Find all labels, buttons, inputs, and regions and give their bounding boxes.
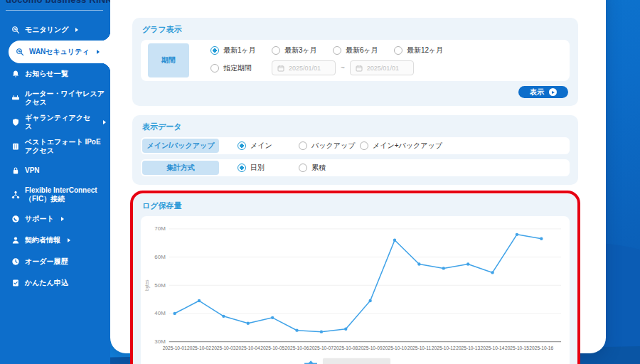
radio-latest-3months[interactable]: 最新3ヶ月 (272, 46, 333, 55)
svg-text:2025-10-14: 2025-10-14 (481, 346, 505, 350)
svg-text:50M: 50M (154, 282, 165, 289)
radio-icon (210, 64, 219, 73)
sidebar-item-label: ギャランティアクセス (25, 114, 96, 132)
radio-label: 指定期間 (223, 63, 252, 73)
radio-label: 最新12ヶ月 (407, 46, 443, 55)
radio-icon (299, 141, 307, 150)
svg-text:40M: 40M (154, 310, 165, 316)
date-to-input[interactable]: 2025/01/01 (350, 60, 414, 75)
calendar-icon (356, 65, 363, 72)
sidebar-item-vpn[interactable]: VPN (0, 160, 110, 181)
svg-text:2025-10-07: 2025-10-07 (309, 346, 334, 350)
aggregation-row: 集計方式 日別 累積 (141, 159, 570, 176)
brand-logo[interactable]: docomo business RINK (0, 0, 110, 9)
radio-cumulative[interactable]: 累積 (299, 163, 360, 173)
chevron-right-icon (103, 120, 106, 124)
sidebar-item-best-effort-ipoe[interactable]: ベストエフォート IPoEアクセス (0, 133, 110, 160)
show-button[interactable]: 表示 (518, 86, 568, 98)
date-range-separator: ~ (341, 64, 345, 72)
chevron-right-icon (97, 50, 100, 54)
radio-label: 最新6ヶ月 (346, 46, 378, 55)
sidebar-item-label: お知らせ一覧 (25, 70, 68, 79)
date-to-value: 2025/01/01 (367, 65, 399, 72)
svg-text:2025-10-06: 2025-10-06 (285, 346, 309, 350)
sidebar-item-router-wireless[interactable]: ルーター・ワイヤレスアクセス (0, 85, 110, 112)
brand-logo-text: docomo business RINK (6, 0, 110, 5)
date-from-value: 2025/01/01 (289, 65, 321, 72)
sidebar-item-contractor-info[interactable]: 契約者情報 (0, 230, 110, 251)
wan-security-icon (16, 48, 24, 56)
radio-label: 日別 (250, 163, 265, 173)
sidebar-item-label: モニタリング (25, 26, 68, 35)
radio-latest-12months[interactable]: 最新12ヶ月 (394, 46, 455, 55)
radio-label: メイン+バックアップ (373, 141, 442, 151)
radio-backup[interactable]: バックアップ (299, 141, 360, 151)
form-icon (11, 279, 20, 287)
chart-box: 30M40M50M60M70Mbytes2025-10-012025-10-02… (141, 216, 570, 364)
bell-icon (11, 70, 20, 78)
radio-icon (210, 46, 219, 55)
show-button-label: 表示 (530, 87, 544, 97)
svg-text:2025-10-05: 2025-10-05 (260, 346, 284, 350)
svg-text:2025-10-04: 2025-10-04 (236, 346, 260, 350)
log-chart-panel: ログ保存量 30M40M50M60M70Mbytes2025-10-012025… (132, 194, 578, 364)
aggregation-label: 集計方式 (142, 161, 219, 175)
period-box: 期間 最新1ヶ月 最新3ヶ月 最新6ヶ月 最新12ヶ月 指定期間 2025/01… (141, 40, 570, 81)
radio-icon (360, 141, 368, 150)
calendar-icon (277, 65, 284, 72)
shield-icon (11, 118, 20, 127)
radio-label: 最新3ヶ月 (284, 46, 317, 55)
radio-latest-1month[interactable]: 最新1ヶ月 (210, 46, 272, 55)
radio-label: 最新1ヶ月 (223, 46, 256, 55)
radio-label: 累積 (311, 163, 326, 173)
radio-icon (394, 46, 402, 55)
svg-text:2025-10-10: 2025-10-10 (383, 346, 407, 350)
sidebar-item-label: サポート (25, 215, 54, 224)
sidebar: docomo business RINK モニタリング WANセキュリティ お知… (0, 0, 110, 364)
svg-text:2025-10-12: 2025-10-12 (432, 346, 456, 350)
svg-text:2025-10-13: 2025-10-13 (456, 346, 480, 350)
radio-daily[interactable]: 日別 (238, 163, 299, 173)
sidebar-item-guarantee-access[interactable]: ギャランティアクセス (0, 112, 110, 133)
sidebar-item-wan-security[interactable]: WANセキュリティ (9, 41, 110, 63)
radio-main[interactable]: メイン (238, 141, 299, 151)
radio-main-plus-backup[interactable]: メイン+バックアップ (360, 141, 442, 151)
graph-display-title: グラフ表示 (141, 23, 570, 40)
clock-icon (11, 257, 20, 266)
svg-text:2025-10-01: 2025-10-01 (163, 346, 187, 350)
svg-text:2025-10-15: 2025-10-15 (505, 346, 529, 350)
svg-text:2025-10-11: 2025-10-11 (407, 346, 432, 350)
radio-latest-6months[interactable]: 最新6ヶ月 (333, 46, 394, 55)
radio-icon (238, 141, 246, 150)
svg-text:2025-10-08: 2025-10-08 (334, 346, 358, 350)
sidebar-item-fic[interactable]: Flexible InterConnect（FIC）接続 (0, 181, 110, 208)
svg-text:2025-10-16: 2025-10-16 (529, 346, 553, 350)
period-preset-row: 最新1ヶ月 最新3ヶ月 最新6ヶ月 最新12ヶ月 (210, 46, 562, 55)
sidebar-item-label: Flexible InterConnect（FIC）接続 (25, 186, 106, 204)
svg-text:bytes: bytes (144, 280, 150, 291)
support-icon (11, 215, 20, 223)
chevron-right-icon (75, 28, 78, 32)
sidebar-item-label: VPN (25, 166, 40, 176)
svg-text:2025-10-02: 2025-10-02 (187, 346, 211, 350)
sidebar-item-label: かんたん申込 (25, 279, 68, 288)
radio-icon (299, 164, 307, 172)
date-from-input[interactable]: 2025/01/01 (272, 60, 336, 75)
sidebar-item-label: オーダー履歴 (25, 257, 68, 267)
sidebar-item-support[interactable]: サポート (0, 208, 110, 230)
chevron-right-icon (61, 217, 64, 221)
sidebar-item-monitoring[interactable]: モニタリング (0, 19, 110, 41)
main-backup-label: メイン/バックアップ (142, 139, 219, 153)
sidebar-item-easy-application[interactable]: かんたん申込 (0, 272, 110, 294)
sidebar-nav: モニタリング WANセキュリティ お知らせ一覧 ルーター・ワイヤレスアクセス ギ… (0, 11, 110, 294)
log-chart-title: ログ保存量 (141, 200, 570, 216)
svg-text:2025-10-09: 2025-10-09 (358, 346, 383, 350)
sidebar-item-notices[interactable]: お知らせ一覧 (0, 63, 110, 85)
play-circle-icon (549, 88, 557, 96)
radio-label: バックアップ (311, 141, 355, 151)
sidebar-item-order-history[interactable]: オーダー履歴 (0, 251, 110, 272)
svg-text:70M: 70M (154, 225, 165, 232)
radio-custom-period[interactable]: 指定期間 (210, 63, 272, 73)
svg-text:30M: 30M (154, 338, 165, 345)
svg-text:60M: 60M (154, 254, 165, 260)
